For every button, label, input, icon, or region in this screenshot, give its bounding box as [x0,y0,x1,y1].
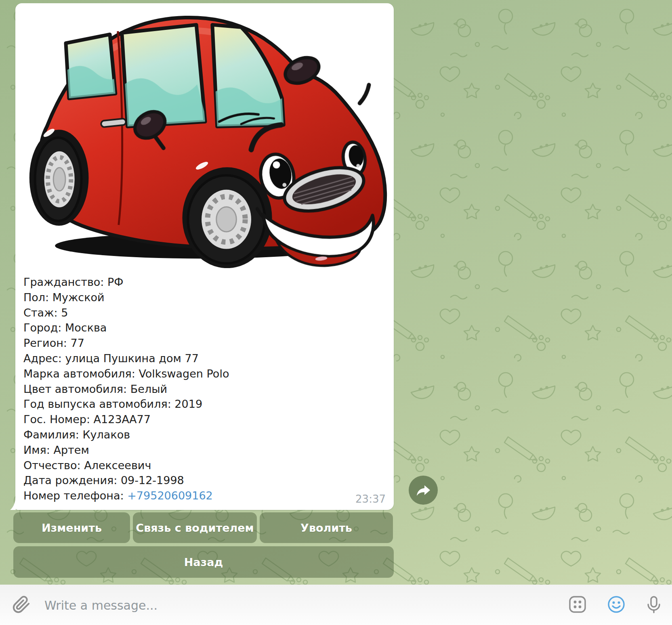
microphone-icon[interactable] [645,595,663,614]
phone-number-link[interactable]: +79520609162 [127,489,213,502]
message-timestamp: 23:37 [355,493,386,505]
phone-line: Номер телефона: +79520609162 [23,488,379,503]
caption-line: Цвет автомобиля: Белый [23,382,379,397]
caption-line: Дата рождения: 09-12-1998 [23,473,379,488]
caption-line: Марка автомобиля: Volkswagen Polo [23,366,379,382]
contact-driver-button[interactable]: Связь с водителем [133,512,257,543]
back-button[interactable]: Назад [13,546,394,578]
forward-message-button[interactable] [409,476,438,505]
inline-keyboard: Изменить Связь с водителем Уволить Назад [13,512,394,578]
caption-line: Отчество: Алексеевич [23,458,379,473]
forward-arrow-icon [415,482,431,498]
caption-line: Имя: Артем [23,443,379,458]
caption-line: Фамилия: Кулаков [23,427,379,443]
caption-line: Гос. Номер: А123АА77 [23,412,379,427]
caption-line: Стаж: 5 [23,305,379,321]
rear-wheel [35,138,82,221]
keyboard-row-1: Изменить Связь с водителем Уволить [13,512,394,543]
bubble-tail [10,498,16,510]
message-composer-bar [0,585,672,625]
keyboard-row-2: Назад [13,546,394,578]
dismiss-driver-button[interactable]: Уволить [260,512,393,543]
caption-line: Город: Москва [23,320,379,336]
bot-message-bubble[interactable]: Гражданство: РФ Пол: Мужской Стаж: 5 Гор… [15,3,394,510]
edit-driver-button[interactable]: Изменить [13,512,130,543]
caption-line: Пол: Мужской [23,290,379,305]
cartoon-red-car-image [17,5,392,268]
caption-line: Гражданство: РФ [23,275,379,290]
smiley-icon[interactable] [607,595,626,614]
caption-line: Адрес: улица Пушкина дом 77 [23,351,379,366]
message-input[interactable] [44,585,558,625]
driver-info-caption: Гражданство: РФ Пол: Мужской Стаж: 5 Гор… [23,275,379,503]
caption-line: Год выпуска автомобиля: 2019 [23,396,379,412]
bot-commands-icon[interactable] [568,595,587,614]
front-wheel [188,175,265,263]
phone-label: Номер телефона: [23,489,127,502]
paperclip-icon[interactable] [12,595,31,614]
car-photo[interactable] [17,5,392,268]
caption-line: Регион: 77 [23,336,379,351]
